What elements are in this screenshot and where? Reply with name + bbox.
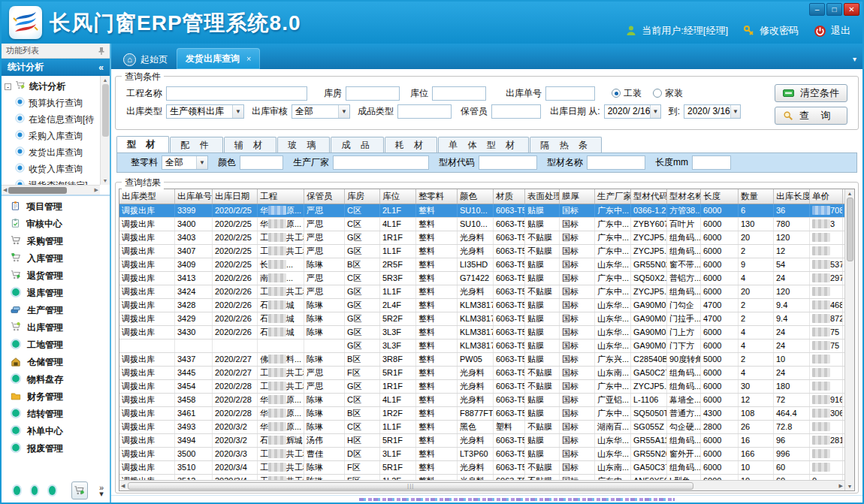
table-row[interactable]: 调拨出库34942020/3/2石辉城汤伟H区5R1F整料光身料6063-T5贴… — [119, 434, 844, 448]
table-row[interactable]: 调拨出库35002020/3/3工共工程曹佳D区3L1F整料LT3P606063… — [119, 448, 844, 461]
sidebar-menu-item[interactable]: 生产管理 — [2, 302, 110, 319]
scroll-down-icon[interactable]: ▼ — [101, 177, 110, 185]
scroll-up-icon[interactable]: ▲ — [101, 76, 110, 84]
tab-list-caret-icon[interactable]: ▾ — [853, 55, 856, 63]
sidebar-section-header[interactable]: 统计分析 « — [2, 59, 110, 76]
table-row[interactable]: 调拨出库34072020/2/25工共工程严思G区1L1F整料光身料6063-T… — [119, 245, 844, 258]
scroll-down-icon[interactable]: ▼ — [846, 482, 854, 490]
column-header[interactable]: 库位 — [380, 189, 416, 204]
sidebar-menu-item[interactable]: 退货管理 — [2, 267, 110, 285]
column-header[interactable]: 出库日期 — [213, 189, 258, 204]
table-row[interactable]: 调拨出库34582020/2/28华原...陈琳C区4L1F整料光身料6063-… — [119, 394, 844, 407]
minimize-button[interactable]: – — [809, 3, 825, 16]
radio-industrial[interactable] — [612, 89, 621, 98]
logout[interactable]: 退出 — [814, 24, 850, 38]
table-row[interactable]: 调拨出库34292020/2/26石城陈琳G区5R2F整料KLM38176063… — [119, 312, 844, 326]
tree-item[interactable]: 收货入库查询 — [5, 161, 100, 177]
collapse-icon[interactable]: « — [98, 62, 104, 73]
table-row[interactable]: G区3L3F整料KLM38176063-T5贴膜国标山东华...GA90M09.… — [119, 340, 844, 353]
table-row[interactable]: 调拨出库34132020/2/26南...严思C区5R3F整料G71422606… — [119, 272, 844, 285]
scroll-left-icon[interactable]: ◀ — [119, 481, 126, 490]
material-tab[interactable]: 单 体 型 材 — [438, 137, 529, 152]
column-header[interactable]: 出库单号 — [175, 189, 213, 204]
tree-item[interactable]: 退货查询[待定] — [5, 177, 100, 185]
scroll-left-icon[interactable]: ◀ — [2, 186, 8, 195]
table-row[interactable]: 调拨出库35122020/3/4工共工程陈琳F区1L2F整料光身料6063-T5… — [119, 475, 844, 480]
column-header[interactable]: 工程 — [258, 189, 304, 204]
table-row[interactable]: 调拨出库34542020/2/28工共工程严思G区1R1F整料光身料6063-T… — [119, 380, 844, 394]
keeper-input[interactable] — [491, 104, 541, 119]
material-filter-select[interactable]: 全部▼ — [162, 155, 208, 170]
sidebar-menu-item[interactable]: 补单中心 — [2, 423, 110, 440]
green-dot-button[interactable] — [49, 486, 56, 495]
table-row[interactable]: 调拨出库34452020/2/27工共工程严思F区5R1F整料光身料6063-T… — [119, 367, 844, 380]
clear-conditions-button[interactable]: 清空条件 — [775, 84, 847, 102]
material-tab[interactable]: 耗 材 — [385, 137, 437, 152]
sidebar-menu-item[interactable]: 退库管理 — [2, 285, 110, 302]
table-row[interactable]: 调拨出库35102020/3/4工共工程陈琳F区5R1F整料光身料6063-T5… — [119, 461, 844, 475]
tree-item[interactable]: 采购入库查询 — [5, 128, 100, 144]
column-header[interactable]: 表面处理 — [525, 189, 560, 204]
sidebar-menu-item[interactable]: 工地管理 — [2, 337, 110, 354]
material-tab[interactable]: 配 件 — [170, 137, 222, 152]
project-name-input[interactable] — [166, 86, 307, 101]
material-tab[interactable]: 隔 热 条 — [530, 137, 602, 152]
close-button[interactable]: ✕ — [844, 3, 859, 16]
tab-close-icon[interactable]: × — [246, 54, 251, 63]
sidebar-menu-item[interactable]: 入库管理 — [2, 250, 110, 267]
product-type-input[interactable] — [397, 104, 452, 119]
table-row[interactable]: 调拨出库34242020/2/26工共工程严思G区1L1F整料光身料6063-T… — [119, 285, 844, 299]
tree-h-scrollbar[interactable]: ◀ ▶ — [2, 185, 100, 195]
pin-icon[interactable] — [98, 47, 105, 56]
column-header[interactable]: 型材代码 — [631, 189, 667, 204]
date-from-picker[interactable]: 2020/ 2/16 ▼ — [604, 104, 661, 119]
scroll-right-icon[interactable]: ▶ — [93, 186, 100, 195]
column-header[interactable]: 颜色 — [458, 189, 494, 204]
sidebar-menu-item[interactable]: 财务管理 — [2, 388, 110, 406]
column-header[interactable]: 单价 — [810, 189, 843, 204]
date-to-picker[interactable]: 2020/ 3/16 ▼ — [684, 104, 741, 119]
table-v-scrollbar[interactable]: ▲ ▼ — [844, 189, 854, 490]
tree-item[interactable]: 预算执行查询 — [5, 95, 100, 111]
scroll-right-icon[interactable]: ▶ — [838, 481, 844, 490]
material-tab[interactable]: 玻 璃 — [277, 137, 330, 152]
material-filter-input[interactable] — [692, 155, 731, 170]
column-header[interactable]: 数量 — [739, 189, 774, 204]
location-input[interactable] — [432, 86, 486, 101]
table-row[interactable]: 调拨出库34032020/2/25工共工程严思G区1R1F整料光身料6063-T… — [119, 231, 844, 245]
column-header[interactable]: 膜厚 — [560, 189, 595, 204]
material-tab[interactable]: 辅 材 — [224, 137, 276, 152]
table-row[interactable]: 调拨出库34282020/2/26石城陈琳G区2L4F整料KLM38176063… — [119, 299, 844, 312]
table-row[interactable]: 调拨出库33992020/2/25华原...严思C区2L1F整料SU10...6… — [119, 204, 844, 218]
material-filter-input[interactable] — [333, 155, 429, 170]
tree-expander-icon[interactable]: - — [5, 83, 11, 90]
column-header[interactable]: 材质 — [494, 189, 525, 204]
sidebar-menu-item[interactable]: 报废管理 — [2, 440, 110, 457]
table-row[interactable]: 调拨出库34372020/2/27佛料...陈琳B区3R8F整料PW056063… — [119, 353, 844, 367]
search-button[interactable]: 查 询 — [775, 107, 847, 125]
order-no-input[interactable] — [545, 86, 595, 101]
cart-toolbar-button[interactable] — [71, 481, 88, 499]
column-header[interactable]: 保管员 — [304, 189, 345, 204]
tree-v-scrollbar[interactable]: ▲ ▼ — [100, 76, 110, 185]
sidebar-menu-item[interactable]: 采购管理 — [2, 233, 110, 250]
sidebar-menu-item[interactable]: 项目管理 — [2, 198, 110, 216]
change-password[interactable]: 修改密码 — [743, 24, 799, 38]
green-dot-button[interactable] — [14, 486, 20, 495]
table-h-scrollbar[interactable]: ◀ ||| ▶ — [119, 480, 844, 490]
column-header[interactable]: 生产厂家 — [595, 189, 631, 204]
table-row[interactable]: 调拨出库34612020/2/28华原...陈琳B区1R2F整料F8877FT6… — [119, 407, 844, 421]
table-row[interactable]: 调拨出库34002020/2/25华原...严思C区4L1F整料SU10...6… — [119, 218, 844, 231]
outbound-type-select[interactable]: 生产领料出库 ▼ — [166, 104, 244, 119]
column-header[interactable]: 出库类型 — [119, 189, 175, 204]
table-row[interactable]: 调拨出库34302020/2/26石城陈琳G区3L3F整料KLM38176063… — [119, 326, 844, 340]
tree-root-item[interactable]: -统计分析 — [5, 78, 100, 95]
column-header[interactable]: 长度 — [701, 189, 739, 204]
column-header[interactable]: 出库长度 — [774, 189, 810, 204]
material-tab[interactable]: 型 材 — [116, 136, 169, 152]
table-row[interactable]: 调拨出库34092020/2/25长...陈琳B区2R5F整料LI35HD606… — [119, 258, 844, 272]
sidebar-menu-item[interactable]: 审核中心 — [2, 216, 110, 233]
tab-home[interactable]: ⌂ 起始页 — [114, 50, 177, 69]
sidebar-menu-item[interactable]: 物料盘存 — [2, 371, 110, 388]
column-header[interactable]: 整零料 — [416, 189, 458, 204]
